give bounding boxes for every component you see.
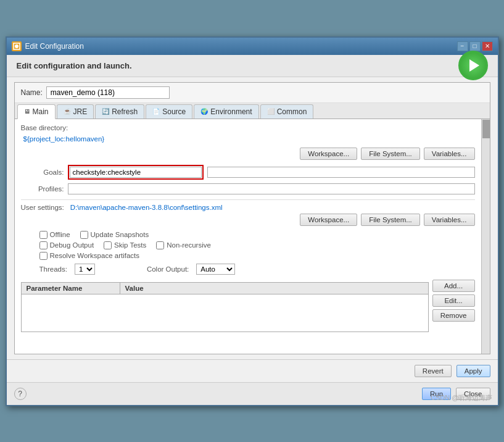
- user-settings-label: User settings:: [21, 204, 64, 211]
- tab-common-label: Common: [277, 107, 307, 116]
- table-header: Parameter Name Value: [22, 283, 428, 294]
- base-directory-value: ${project_loc:hellomaven}: [21, 134, 475, 144]
- threads-select[interactable]: 1 2 4: [75, 264, 95, 275]
- title-bar: Edit Configuration − □ ✕: [7, 38, 498, 55]
- table-body: [22, 294, 428, 332]
- user-settings-buttons: Workspace... File System... Variables...: [21, 214, 475, 226]
- non-recursive-checkbox[interactable]: [156, 241, 164, 249]
- config-panel: Name: 🖥 Main ☕ JRE 🔄 Refresh 📄 Source �: [14, 82, 490, 354]
- name-label: Name:: [21, 88, 43, 97]
- tab-source[interactable]: 📄 Source: [146, 104, 192, 119]
- checkbox-row-3: Resolve Workspace artifacts: [21, 252, 475, 260]
- parameter-table-area: Parameter Name Value Add... Edit... Remo…: [21, 280, 475, 335]
- revert-button[interactable]: Revert: [415, 365, 452, 377]
- apply-button[interactable]: Apply: [456, 365, 490, 377]
- user-settings-value: D:\maven\apache-maven-3.8.8\conf\setting…: [70, 204, 223, 211]
- tab-jre-icon: ☕: [64, 108, 71, 115]
- add-button[interactable]: Add...: [432, 280, 475, 292]
- window-icon: [12, 41, 22, 51]
- threads-label: Threads:: [39, 265, 67, 273]
- skip-tests-checkbox-item: Skip Tests: [104, 241, 146, 249]
- filesystem-button-1[interactable]: File System...: [361, 148, 420, 160]
- color-output-select[interactable]: Auto Always Never: [196, 264, 235, 275]
- tab-environment-label: Environment: [210, 107, 252, 116]
- user-settings-row: User settings: D:\maven\apache-maven-3.8…: [21, 204, 475, 211]
- base-dir-buttons: Workspace... File System... Variables...: [21, 148, 475, 160]
- scroll-thumb[interactable]: [482, 120, 490, 138]
- bottom-button-bar: Revert Apply: [7, 359, 498, 382]
- tab-jre[interactable]: ☕ JRE: [57, 104, 94, 119]
- debug-output-checkbox[interactable]: [39, 241, 48, 249]
- help-button[interactable]: ?: [14, 388, 27, 400]
- tab-source-label: Source: [162, 107, 186, 116]
- col-parameter-name: Parameter Name: [22, 283, 120, 294]
- debug-output-checkbox-item: Debug Output: [39, 241, 94, 249]
- watermark: CSDN @听海边涛声: [431, 393, 492, 402]
- name-input[interactable]: [46, 86, 170, 99]
- parameter-table-wrapper: Parameter Name Value: [21, 280, 429, 335]
- run-launch-button[interactable]: [458, 51, 488, 80]
- variables-button-1[interactable]: Variables...: [424, 148, 475, 160]
- footer-bar: ? Run Close: [7, 382, 498, 405]
- goals-row: Goals:: [21, 165, 475, 180]
- resolve-workspace-checkbox[interactable]: [39, 252, 48, 260]
- offline-label: Offline: [50, 231, 70, 238]
- offline-checkbox[interactable]: [39, 231, 48, 239]
- goals-input-highlighted: [68, 165, 204, 180]
- window-controls: − □ ✕: [457, 41, 493, 51]
- tab-main-icon: 🖥: [24, 108, 30, 115]
- header-description: Edit configuration and launch.: [17, 61, 132, 70]
- debug-output-label: Debug Output: [50, 241, 94, 249]
- skip-tests-label: Skip Tests: [114, 241, 146, 249]
- filesystem-button-2[interactable]: File System...: [361, 214, 420, 226]
- threads-row: Threads: 1 2 4 Color Output: Auto Always…: [39, 264, 475, 275]
- run-icon: [469, 59, 479, 72]
- tab-bar: 🖥 Main ☕ JRE 🔄 Refresh 📄 Source 🌍 Enviro…: [15, 103, 490, 119]
- profiles-label: Profiles:: [21, 185, 64, 193]
- edit-button[interactable]: Edit...: [432, 294, 475, 307]
- maximize-button[interactable]: □: [469, 41, 481, 51]
- tab-refresh-icon: 🔄: [102, 108, 109, 115]
- minimize-button[interactable]: −: [457, 41, 468, 51]
- workspace-button-2[interactable]: Workspace...: [300, 214, 357, 226]
- goals-input-extra[interactable]: [207, 167, 475, 178]
- update-snapshots-label: Update Snapshots: [91, 231, 149, 238]
- tab-refresh-label: Refresh: [112, 107, 138, 116]
- checkbox-row-2: Debug Output Skip Tests Non-recursive: [21, 241, 475, 249]
- tab-environment-icon: 🌍: [200, 108, 208, 115]
- tab-main[interactable]: 🖥 Main: [17, 104, 56, 119]
- non-recursive-checkbox-item: Non-recursive: [156, 241, 211, 249]
- tab-refresh[interactable]: 🔄 Refresh: [95, 104, 144, 119]
- skip-tests-checkbox[interactable]: [104, 241, 112, 249]
- window-title: Edit Configuration: [25, 42, 84, 51]
- base-directory-label: Base directory:: [21, 124, 475, 131]
- update-snapshots-checkbox[interactable]: [80, 231, 88, 239]
- scrollbar[interactable]: [481, 119, 490, 354]
- separator-1: [21, 199, 475, 200]
- profiles-row: Profiles:: [21, 183, 475, 194]
- remove-button[interactable]: Remove: [432, 309, 475, 322]
- tab-jre-label: JRE: [73, 107, 88, 116]
- goals-input[interactable]: [70, 167, 202, 178]
- tab-main-label: Main: [33, 107, 49, 116]
- close-window-button[interactable]: ✕: [482, 41, 493, 51]
- main-tab-content: Base directory: ${project_loc:hellomaven…: [15, 119, 481, 354]
- workspace-button-1[interactable]: Workspace...: [300, 148, 357, 160]
- col-value: Value: [120, 283, 428, 294]
- name-row: Name:: [15, 83, 490, 103]
- color-output-label: Color Output:: [147, 265, 189, 273]
- tab-environment[interactable]: 🌍 Environment: [194, 104, 258, 119]
- non-recursive-label: Non-recursive: [167, 241, 211, 249]
- table-side-buttons: Add... Edit... Remove: [432, 280, 475, 322]
- tab-source-icon: 📄: [152, 108, 160, 115]
- parameter-table: Parameter Name Value: [21, 282, 429, 332]
- profiles-input[interactable]: [68, 183, 475, 194]
- goals-label: Goals:: [21, 169, 64, 176]
- variables-button-2[interactable]: Variables...: [424, 214, 475, 226]
- tab-content-wrapper: Base directory: ${project_loc:hellomaven…: [15, 119, 490, 354]
- checkbox-row-1: Offline Update Snapshots: [21, 231, 475, 239]
- tab-common[interactable]: ⬜ Common: [260, 104, 314, 119]
- update-snapshots-checkbox-item: Update Snapshots: [80, 231, 149, 239]
- tab-common-icon: ⬜: [267, 108, 275, 115]
- header-area: Edit configuration and launch.: [7, 55, 498, 77]
